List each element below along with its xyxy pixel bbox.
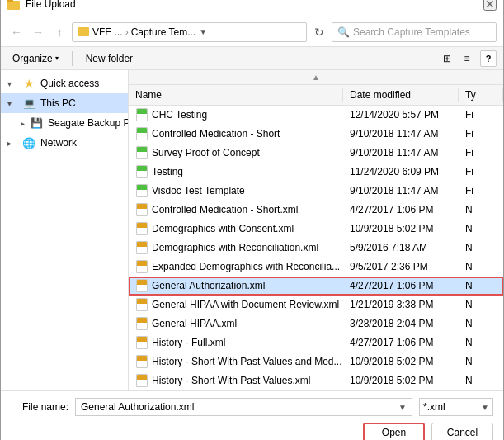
filename-row: File name: General Authorization.xml ▼ *…: [11, 398, 493, 416]
file-date-cell: 3/28/2018 2:04 PM: [343, 317, 459, 330]
cancel-button[interactable]: Cancel: [431, 423, 493, 440]
file-name-label: Demographics with Reconciliation.xml: [152, 242, 318, 253]
file-name-label: History - Short With Past Values and Med…: [152, 356, 342, 367]
titlebar-title: File Upload: [26, 0, 76, 10]
file-name-label: General Authorization.xml: [152, 280, 265, 291]
help-button[interactable]: ?: [480, 50, 497, 67]
file-upload-dialog: File Upload ✕ ← → ↑ VFE ... › Capture Te…: [0, 0, 504, 440]
file-name-cell: History - Full.xml: [129, 335, 343, 350]
column-header-date[interactable]: Date modified: [343, 88, 459, 102]
up-button[interactable]: ↑: [50, 23, 68, 41]
table-row[interactable]: Controlled Medication - Short9/10/2018 1…: [129, 125, 503, 144]
back-button[interactable]: ←: [7, 23, 26, 41]
sidebar-label-quick-access: Quick access: [40, 78, 99, 89]
xml-doc-icon: [135, 317, 148, 330]
file-type-cell: N: [459, 336, 503, 349]
file-list: ▲ Name Date modified Ty CHC Testing12/14…: [129, 70, 503, 390]
refresh-button[interactable]: ↻: [310, 23, 328, 41]
breadcrumb-separator: ›: [125, 26, 129, 38]
svg-rect-1: [7, 0, 13, 2]
table-row[interactable]: Demographics with Reconciliation.xml5/9/…: [129, 239, 503, 258]
sidebar-item-seagate[interactable]: ▸ 💾 Seagate Backup Plus: [1, 113, 128, 133]
file-date-cell: 4/27/2017 1:06 PM: [343, 336, 459, 349]
view-toggle-button[interactable]: ⊞: [438, 50, 456, 67]
search-icon: 🔍: [337, 26, 350, 38]
green-doc-icon: [135, 146, 148, 159]
file-type-cell: N: [459, 355, 503, 368]
xml-doc-icon: [135, 279, 148, 292]
table-row[interactable]: CHC Testing12/14/2020 5:57 PMFi: [129, 106, 503, 125]
new-folder-button[interactable]: New folder: [81, 51, 138, 66]
pc-icon: 💻: [22, 97, 35, 110]
file-type-cell: N: [459, 222, 503, 235]
table-row[interactable]: Visdoc Test Template9/10/2018 11:47 AMFi: [129, 182, 503, 201]
star-icon: ★: [22, 77, 35, 90]
sidebar-item-this-pc[interactable]: ▾ 💻 This PC: [1, 93, 128, 113]
this-pc-expand-icon: ▾: [7, 99, 17, 108]
file-rows-container: CHC Testing12/14/2020 5:57 PMFiControlle…: [129, 106, 503, 390]
file-date-cell: 4/27/2017 1:06 PM: [343, 203, 459, 216]
file-date-cell: 11/24/2020 6:09 PM: [343, 165, 459, 178]
search-placeholder: Search Capture Templates: [353, 26, 470, 38]
organize-chevron-icon: ▾: [55, 54, 59, 62]
file-date-cell: 9/10/2018 11:47 AM: [343, 184, 459, 197]
green-doc-icon: [135, 108, 148, 121]
view-list-button[interactable]: ≡: [458, 50, 476, 67]
sidebar-item-quick-access[interactable]: ▾ ★ Quick access: [1, 73, 128, 93]
content-area: ▾ ★ Quick access ▾ 💻 This PC ▸ 💾 Seagate…: [1, 70, 503, 390]
sidebar-item-network[interactable]: ▸ 🌐 Network: [1, 133, 128, 153]
search-box[interactable]: 🔍 Search Capture Templates: [332, 22, 497, 42]
table-row[interactable]: Testing11/24/2020 6:09 PMFi: [129, 163, 503, 182]
file-name-cell: Controlled Medication - Short: [129, 126, 343, 141]
table-row[interactable]: History - Short With Past Values.xml10/9…: [129, 371, 503, 390]
table-row[interactable]: History - Full.xml4/27/2017 1:06 PMN: [129, 334, 503, 352]
table-row[interactable]: General HIPAA with Document Review.xml1/…: [129, 296, 503, 315]
file-name-label: Controlled Medication - Short.xml: [152, 204, 298, 215]
file-name-cell: Demographics with Reconciliation.xml: [129, 240, 343, 255]
file-type-cell: N: [459, 317, 503, 330]
titlebar-left: File Upload: [7, 0, 76, 11]
file-name-cell: Expanded Demographics with Reconcilia...: [129, 259, 343, 274]
organize-button[interactable]: Organize ▾: [7, 51, 64, 66]
xml-doc-icon: [135, 336, 148, 349]
table-row[interactable]: General HIPAA.xml3/28/2018 2:04 PMN: [129, 315, 503, 334]
filetype-select[interactable]: *.xml ▼: [419, 398, 493, 416]
breadcrumb[interactable]: VFE ... › Capture Tem... ▼: [72, 22, 307, 42]
filename-input[interactable]: General Authorization.xml ▼: [75, 398, 412, 416]
xml-doc-icon: [135, 298, 148, 311]
filename-dropdown-icon: ▼: [398, 403, 407, 412]
titlebar-icon: [7, 0, 21, 11]
table-row[interactable]: Survey Proof of Concept9/10/2018 11:47 A…: [129, 144, 503, 163]
filetype-dropdown-icon: ▼: [481, 403, 489, 412]
forward-button[interactable]: →: [29, 23, 47, 41]
column-header-type[interactable]: Ty: [459, 88, 503, 102]
file-name-cell: Controlled Medication - Short.xml: [129, 202, 343, 217]
file-type-cell: Fi: [459, 108, 503, 121]
breadcrumb-dropdown-button[interactable]: ▼: [195, 22, 210, 42]
file-name-label: Visdoc Test Template: [152, 185, 245, 196]
file-name-cell: General HIPAA.xml: [129, 316, 343, 331]
file-name-cell: General Authorization.xml: [129, 278, 343, 293]
file-type-cell: Fi: [459, 184, 503, 197]
open-button[interactable]: Open: [363, 423, 425, 440]
table-row[interactable]: Controlled Medication - Short.xml4/27/20…: [129, 201, 503, 220]
file-list-header: Name Date modified Ty: [129, 85, 503, 106]
file-name-label: History - Full.xml: [152, 337, 225, 348]
table-row[interactable]: General Authorization.xml4/27/2017 1:06 …: [129, 277, 503, 296]
breadcrumb-part1: VFE ...: [92, 26, 123, 38]
file-name-label: Testing: [152, 166, 183, 177]
file-name-cell: History - Short With Past Values and Med…: [129, 354, 343, 369]
table-row[interactable]: Expanded Demographics with Reconcilia...…: [129, 258, 503, 277]
table-row[interactable]: Demographics with Consent.xml10/9/2018 5…: [129, 220, 503, 239]
view-separator: [478, 51, 478, 66]
file-date-cell: 9/5/2017 2:36 PM: [343, 260, 459, 273]
column-header-name[interactable]: Name: [129, 88, 343, 102]
xml-doc-icon: [135, 203, 148, 216]
scroll-up-indicator[interactable]: ▲: [129, 70, 503, 85]
file-name-label: Controlled Medication - Short: [152, 128, 280, 140]
table-row[interactable]: History - Short With Past Values and Med…: [129, 352, 503, 371]
toolbar: Organize ▾ New folder ⊞ ≡ ?: [1, 47, 503, 70]
network-expand-icon: ▸: [7, 139, 17, 148]
green-doc-icon: [135, 165, 148, 178]
close-button[interactable]: ✕: [483, 0, 497, 11]
